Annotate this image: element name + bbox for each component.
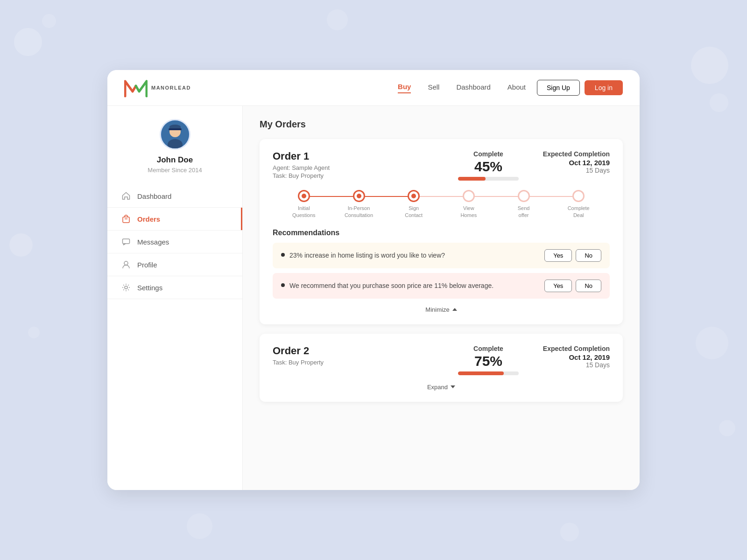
header-nav: Buy Sell Dashboard About — [398, 83, 526, 93]
rec-bullet-1 — [281, 253, 285, 257]
sidebar: John Doe Member Since 2014 Dashboard — [107, 106, 243, 490]
timeline-label-5: Sendoffer — [518, 205, 530, 219]
rec-yes-button-1[interactable]: Yes — [544, 249, 572, 262]
rec-item-2: We recommend that you purchase soon pric… — [273, 273, 610, 299]
avatar — [160, 119, 190, 150]
order-1-expected-days: 15 Days — [526, 167, 610, 174]
timeline-dot-4 — [463, 190, 475, 202]
sidebar-item-dashboard[interactable]: Dashboard — [107, 185, 242, 208]
timeline-step-2: In-PersonConsultation — [331, 190, 387, 219]
timeline-label-6: CompleteDeal — [568, 205, 590, 219]
signup-button[interactable]: Sign Up — [537, 80, 580, 96]
person-icon — [121, 260, 131, 269]
order-1-complete: Complete 45% — [451, 150, 526, 181]
logo-area: MANORLEAD — [124, 77, 191, 98]
nav-about[interactable]: About — [507, 83, 526, 93]
timeline-dot-2 — [353, 190, 365, 202]
order-1-expected: Expected Completion Oct 12, 2019 15 Days — [526, 150, 610, 174]
recommendations-title: Recommendations — [273, 229, 610, 237]
order-1-timeline: InitialQuestions In-PersonConsultation S… — [273, 190, 610, 219]
order-2-complete-pct: 75% — [451, 353, 526, 369]
rec-item-1: 23% increase in home listing is word you… — [273, 243, 610, 268]
sidebar-item-messages[interactable]: Messages — [107, 231, 242, 253]
expand-label: Expand — [427, 384, 448, 391]
order-2-progress-fill — [458, 371, 504, 375]
order-1-header: Order 1 Agent: Sample Agent Task: Buy Pr… — [273, 150, 610, 181]
timeline-step-5: Sendoffer — [496, 190, 551, 219]
chevron-up-icon — [452, 308, 457, 311]
nav-buy[interactable]: Buy — [398, 83, 411, 93]
recommendations-section: Recommendations 23% increase in home lis… — [273, 229, 610, 299]
order-2-expected-date: Oct 12, 2019 — [526, 353, 610, 361]
page-title: My Orders — [260, 119, 623, 130]
sidebar-label-orders: Orders — [137, 215, 160, 223]
timeline-step-3: SignContact — [386, 190, 441, 219]
home-icon — [121, 191, 131, 201]
timeline-step-1: InitialQuestions — [276, 190, 331, 219]
rec-text-area-1: 23% increase in home listing is word you… — [281, 251, 537, 260]
timeline-step-6: CompleteDeal — [551, 190, 606, 219]
rec-text-1: 23% increase in home listing is word you… — [289, 251, 445, 260]
sidebar-item-profile[interactable]: Profile — [107, 253, 242, 276]
order-1-agent: Agent: Sample Agent — [273, 164, 451, 171]
order-1-progress-fill — [458, 177, 486, 181]
order-card-1: Order 1 Agent: Sample Agent Task: Buy Pr… — [260, 139, 623, 324]
order-2-complete-label: Complete — [451, 345, 526, 352]
order-card-2: Order 2 Task: Buy Property Complete 75% … — [260, 334, 623, 402]
gear-icon — [121, 283, 131, 292]
logo-icon — [124, 77, 148, 98]
timeline-label-3: SignContact — [405, 205, 423, 219]
nav-sell[interactable]: Sell — [428, 83, 439, 93]
svg-point-10 — [124, 261, 128, 265]
member-since: Member Since 2014 — [148, 167, 202, 174]
body-area: John Doe Member Since 2014 Dashboard — [107, 106, 640, 490]
timeline-label-1: InitialQuestions — [292, 205, 316, 219]
minimize-button[interactable]: Minimize — [273, 306, 610, 313]
sidebar-item-settings[interactable]: Settings — [107, 276, 242, 299]
expand-button[interactable]: Expand — [273, 384, 610, 391]
rec-text-2: We recommend that you purchase soon pric… — [289, 281, 493, 291]
order-2-expected-days: 15 Days — [526, 361, 610, 369]
rec-no-button-2[interactable]: No — [576, 280, 601, 292]
timeline-label-2: In-PersonConsultation — [345, 205, 373, 219]
chevron-down-icon — [451, 385, 455, 388]
timeline-dot-5 — [518, 190, 530, 202]
order-1-expected-label: Expected Completion — [526, 150, 610, 158]
order-2-progress-bar — [458, 371, 519, 375]
timeline-dot-1 — [298, 190, 310, 202]
sidebar-label-messages: Messages — [137, 238, 169, 246]
sidebar-label-settings: Settings — [137, 284, 162, 292]
timeline-dot-6 — [572, 190, 585, 202]
login-button[interactable]: Log in — [585, 80, 623, 95]
order-1-complete-pct: 45% — [451, 159, 526, 174]
minimize-label: Minimize — [425, 306, 449, 313]
main-content: My Orders Order 1 Agent: Sample Agent Ta… — [243, 106, 640, 490]
timeline-dot-3 — [408, 190, 420, 202]
order-2-header: Order 2 Task: Buy Property Complete 75% … — [273, 345, 610, 375]
order-2-task: Task: Buy Property — [273, 359, 451, 366]
rec-bullet-2 — [281, 283, 285, 287]
message-icon — [121, 237, 131, 246]
bag-icon — [121, 214, 131, 224]
svg-point-11 — [125, 286, 127, 289]
svg-rect-6 — [169, 128, 182, 130]
sidebar-item-orders[interactable]: Orders — [107, 208, 242, 231]
order-2-complete: Complete 75% — [451, 345, 526, 375]
order-2-title: Order 2 — [273, 345, 451, 357]
rec-no-button-1[interactable]: No — [576, 249, 601, 262]
sidebar-nav: Dashboard Orders — [107, 185, 242, 299]
logo-text: MANORLEAD — [151, 85, 191, 91]
order-2-expected-label: Expected Completion — [526, 345, 610, 352]
svg-rect-7 — [123, 217, 129, 223]
rec-actions-2: Yes No — [544, 280, 601, 292]
order-1-info: Order 1 Agent: Sample Agent Task: Buy Pr… — [273, 150, 451, 180]
timeline-step-4: ViewHomes — [441, 190, 496, 219]
svg-rect-9 — [123, 239, 130, 244]
order-2-expected: Expected Completion Oct 12, 2019 15 Days — [526, 345, 610, 369]
timeline-label-4: ViewHomes — [460, 205, 477, 219]
avatar-svg — [161, 120, 189, 148]
order-1-progress-bar — [458, 177, 519, 181]
sidebar-label-dashboard: Dashboard — [137, 192, 171, 200]
rec-yes-button-2[interactable]: Yes — [544, 280, 572, 292]
nav-dashboard[interactable]: Dashboard — [456, 83, 490, 93]
